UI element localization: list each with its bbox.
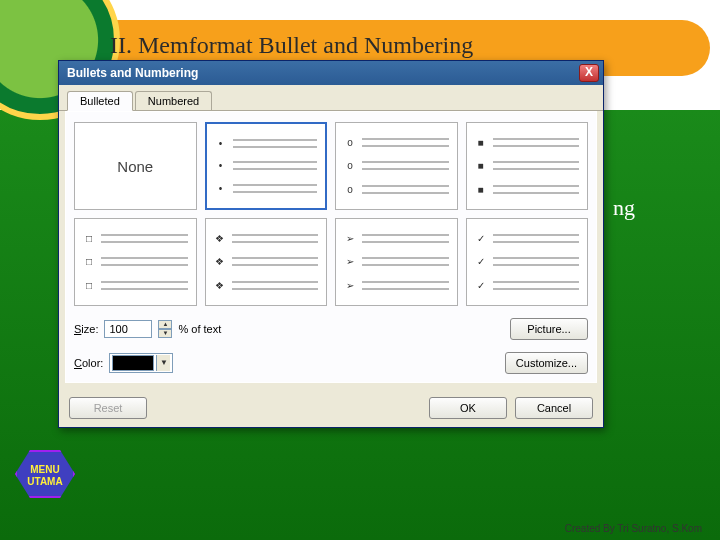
bullet-option-ring[interactable]: o o o <box>335 122 458 210</box>
size-label: Size: <box>74 323 98 335</box>
size-input[interactable] <box>104 320 152 338</box>
size-spinner[interactable]: ▲▼ <box>158 320 172 338</box>
bullet-option-diamond[interactable]: ❖ ❖ ❖ <box>205 218 328 306</box>
menu-utama-line2: UTAMA <box>17 476 73 488</box>
slide-credit: Created By Tri Suratno, S.Kom <box>565 523 702 534</box>
dialog-body: None • • • o o o ■ ■ ■ □ □ □ <box>65 111 597 383</box>
color-label: Color: <box>74 357 103 369</box>
color-swatch-icon <box>112 355 154 371</box>
bullet-option-check[interactable]: ✓ ✓ ✓ <box>466 218 589 306</box>
pct-of-text-label: % of text <box>178 323 221 335</box>
bullets-numbering-dialog: Bullets and Numbering X Bulleted Numbere… <box>58 60 604 428</box>
bullet-option-none[interactable]: None <box>74 122 197 210</box>
bullet-option-hollow-square[interactable]: □ □ □ <box>74 218 197 306</box>
tab-bulleted[interactable]: Bulleted <box>67 91 133 111</box>
bullet-icon: • <box>215 138 227 149</box>
bullet-option-dot[interactable]: • • • <box>205 122 328 210</box>
close-button[interactable]: X <box>579 64 599 82</box>
dialog-title: Bullets and Numbering <box>67 66 198 80</box>
reset-button[interactable]: Reset <box>69 397 147 419</box>
tab-strip: Bulleted Numbered <box>59 85 603 111</box>
none-label: None <box>117 158 153 175</box>
background-text-fragment: ng <box>613 195 635 221</box>
picture-button[interactable]: Picture... <box>510 318 588 340</box>
color-picker[interactable]: ▼ <box>109 353 173 373</box>
menu-utama-line1: MENU <box>17 464 73 476</box>
bullet-option-black-square[interactable]: ■ ■ ■ <box>466 122 589 210</box>
bullet-option-triangle[interactable]: ➢ ➢ ➢ <box>335 218 458 306</box>
ok-button[interactable]: OK <box>429 397 507 419</box>
cancel-button[interactable]: Cancel <box>515 397 593 419</box>
slide-heading: II. Memformat Bullet and Numbering <box>110 32 473 59</box>
tab-numbered[interactable]: Numbered <box>135 91 212 110</box>
bullet-style-grid: None • • • o o o ■ ■ ■ □ □ □ <box>74 122 588 306</box>
customize-button[interactable]: Customize... <box>505 352 588 374</box>
dialog-titlebar[interactable]: Bullets and Numbering X <box>59 61 603 85</box>
chevron-down-icon: ▼ <box>156 355 170 371</box>
dialog-footer: Reset OK Cancel <box>59 389 603 427</box>
